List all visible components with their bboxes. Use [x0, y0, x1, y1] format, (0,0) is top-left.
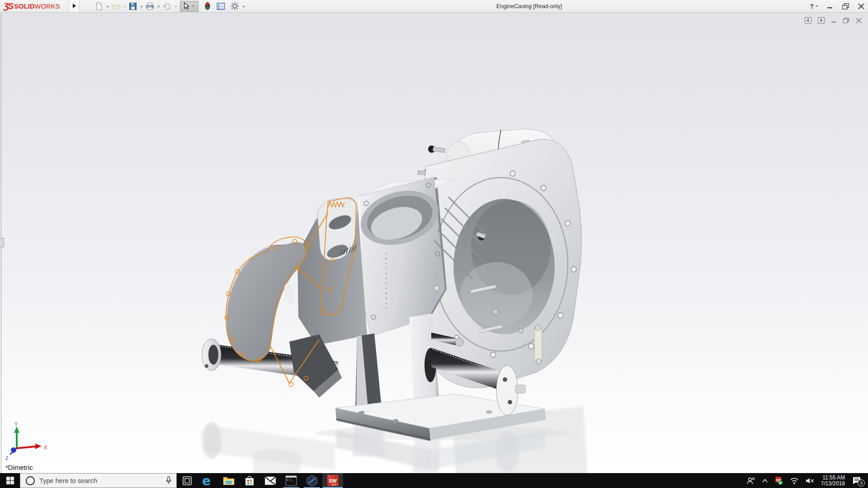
child-close-icon[interactable]: [856, 18, 862, 23]
volume-muted-icon[interactable]: [805, 477, 814, 484]
wifi-icon[interactable]: [790, 477, 799, 484]
dock-left-icon[interactable]: [805, 17, 811, 23]
restore-button[interactable]: [842, 3, 849, 9]
panel-splitter-tab[interactable]: [0, 238, 4, 247]
help-dropdown[interactable]: [816, 5, 818, 7]
title-bar: ƷS SOLIDWORKS: [0, 0, 868, 13]
microphone-icon[interactable]: [165, 476, 172, 485]
store-icon: [244, 475, 255, 486]
windows-logo-icon: [6, 477, 14, 484]
command-prompt-icon: C:\_: [285, 475, 297, 486]
options-dropdown[interactable]: [242, 6, 245, 8]
orientation-triad: Y X Z: [5, 421, 47, 461]
print-button[interactable]: [146, 2, 154, 10]
svg-text:e: e: [202, 474, 211, 487]
screen: Y X Z *Dimetric ƷS SOLIDWORKS: [0, 0, 868, 488]
triad-z-label: Z: [5, 455, 9, 461]
taskbar-app-edge[interactable]: e: [198, 473, 218, 488]
print-dropdown[interactable]: [157, 6, 160, 8]
open-button[interactable]: [112, 2, 120, 10]
tray-expand-chevron[interactable]: [762, 479, 768, 483]
graphics-viewport[interactable]: Y X Z *Dimetric: [0, 12, 868, 473]
taskbar-clock[interactable]: 11:55 AM 7/13/2018: [821, 475, 845, 487]
open-dropdown[interactable]: [123, 6, 126, 8]
taskbar-app-store[interactable]: [239, 473, 260, 488]
taskbar-app-file-explorer[interactable]: [218, 473, 239, 488]
triad-y-label: Y: [14, 421, 18, 427]
document-title: EngineCasing [Read-only]: [496, 3, 562, 9]
taskbar-app-solidworks[interactable]: SW2017: [322, 473, 343, 488]
model-canvas: Y X Z: [0, 12, 868, 473]
window-controls: ?: [810, 0, 864, 12]
undo-button[interactable]: [163, 2, 171, 10]
svg-text:C:\_: C:\_: [287, 478, 294, 482]
system-tray: SW 11:55 AM 7/13/2018 3: [743, 473, 868, 488]
child-minimize-icon[interactable]: [831, 18, 837, 23]
save-dropdown[interactable]: [140, 6, 143, 8]
child-restore-icon[interactable]: [843, 18, 849, 23]
quick-toolbar: [95, 0, 248, 12]
task-view-icon: [183, 476, 192, 485]
close-button[interactable]: [858, 3, 864, 9]
flyout-arrow-icon: [73, 4, 76, 8]
view-settings-button[interactable]: [204, 2, 211, 10]
tray-date: 7/13/2018: [821, 481, 845, 487]
new-document-dropdown[interactable]: [106, 6, 109, 8]
brand-light: WORKS: [35, 3, 60, 10]
task-view-button[interactable]: [177, 473, 198, 488]
dock-right-icon[interactable]: [818, 17, 825, 23]
taskbar-search[interactable]: Type here to search: [20, 473, 177, 488]
notification-badge: 3: [858, 479, 865, 487]
cortana-icon: [26, 476, 35, 485]
people-icon[interactable]: [746, 477, 755, 485]
properties-button[interactable]: [217, 2, 225, 10]
taskbar-app-mail[interactable]: [260, 473, 281, 488]
cursor-icon: [181, 2, 190, 11]
solidworks-app-icon: SW2017: [327, 475, 339, 486]
help-icon: ?: [810, 3, 814, 10]
options-button[interactable]: [231, 2, 239, 10]
view-orientation-label: *Dimetric: [5, 464, 33, 471]
solidworks-logo[interactable]: ƷS SOLIDWORKS: [4, 0, 60, 12]
engine-casing-model[interactable]: [202, 129, 581, 441]
help-button[interactable]: ?: [810, 3, 818, 10]
start-button[interactable]: [0, 473, 20, 488]
triad-x-label: X: [44, 445, 47, 450]
edrawings-icon: [306, 475, 318, 487]
taskbar-app-cmd[interactable]: C:\_: [281, 473, 302, 488]
document-window-controls: [805, 17, 862, 23]
select-tool-button[interactable]: [180, 1, 198, 12]
taskbar-app-edrawings[interactable]: [302, 473, 322, 488]
solidworks-monitor-icon[interactable]: SW: [774, 476, 783, 485]
brand-bold: SOLID: [14, 3, 34, 10]
tray-time: 11:55 AM: [821, 475, 845, 481]
save-button[interactable]: [129, 2, 137, 10]
new-document-button[interactable]: [95, 2, 103, 10]
mail-icon: [264, 476, 276, 485]
minimize-button[interactable]: [827, 3, 833, 9]
menu-flyout-button[interactable]: [69, 0, 80, 12]
search-placeholder: Type here to search: [39, 477, 97, 484]
file-explorer-icon: [223, 476, 235, 486]
action-center-button[interactable]: 3: [852, 476, 862, 485]
solidworks-logo-icon: ƷS: [4, 1, 13, 11]
undo-dropdown[interactable]: [175, 6, 177, 8]
edge-icon: e: [202, 474, 214, 487]
select-tool-dropdown[interactable]: [192, 5, 194, 7]
windows-taskbar: Type here to search e: [0, 473, 868, 488]
